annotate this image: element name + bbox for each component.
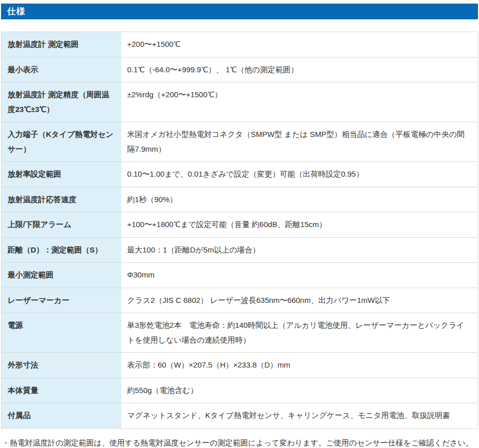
section-header: 仕様 [1,4,478,19]
spec-row: 外形寸法 表示部：60（W）×207.5（H）×233.8（D）mm [2,353,478,378]
spec-value-cell: +200〜+1500℃ [121,32,478,58]
spec-value-cell: +100〜+1800℃まで設定可能（音量 約60dB、距離15cm） [121,212,478,238]
spec-row: 放射温度計 測定精度（周囲温度23℃±3℃） ±2%rdg（+200〜+1500… [2,82,478,122]
spec-value-cell: 約1秒（90%） [121,187,478,212]
spec-row: 放射温度計 測定範囲 +200〜+1500℃ [2,32,478,58]
spec-row: 電源 単3形乾電池2本 電池寿命：約140時間以上（アルカリ電池使用、レーザーマ… [2,313,478,353]
spec-label-cell: 本体質量 [2,378,121,403]
spec-row: 距離（D）：測定範囲（S） 最大100：1（距離Dが5m以上の場合） [2,237,478,263]
spec-row: レーザーマーカー クラス2（JIS C 6802） レーザー波長635nm〜66… [2,288,478,313]
spec-row: 放射率設定範囲 0.10〜1.00まで、0.01きざみで設定（変更）可能（出荷時… [2,162,478,187]
spec-value-cell: マグネットスタンド、Kタイプ熱電対センサ、キャリングケース、モニタ用電池、取扱説… [121,403,478,429]
spec-row: 上限/下限アラーム +100〜+1800℃まで設定可能（音量 約60dB、距離1… [2,212,478,238]
spec-label-cell: 放射率設定範囲 [2,162,121,187]
footnote: ・熱電対温度計の測定範囲は、使用する熱電対温度センサーの測定範囲によって変わりま… [1,436,478,448]
spec-row: 付属品 マグネットスタンド、Kタイプ熱電対センサ、キャリングケース、モニタ用電池… [2,403,478,429]
spec-value-cell: クラス2（JIS C 6802） レーザー波長635nm〜660nm、出力パワー… [121,288,478,313]
spec-value-cell: 0.10〜1.00まで、0.01きざみで設定（変更）可能（出荷時設定0.95） [121,162,478,187]
spec-label-cell: 放射温度計 測定範囲 [2,32,121,58]
spec-label-cell: 電源 [2,313,121,353]
spec-row: 本体質量 約550g（電池含む） [2,378,478,403]
spec-label-cell: 上限/下限アラーム [2,212,121,238]
spec-label-cell: 放射温度計応答速度 [2,187,121,212]
spec-value-cell: 単3形乾電池2本 電池寿命：約140時間以上（アルカリ電池使用、レーザーマーカー… [121,313,478,353]
spec-label-cell: 入力端子（Kタイプ熱電対センサー） [2,122,121,162]
spec-label-cell: 最小表示 [2,57,121,82]
spec-label-cell: 放射温度計 測定精度（周囲温度23℃±3℃） [2,82,121,122]
spec-row: 入力端子（Kタイプ熱電対センサー） 米国オメガ社小型熱電対コネクタ（SMPW型 … [2,122,478,162]
spec-label-cell: 外形寸法 [2,353,121,378]
spec-value-cell: Φ30mm [121,263,478,288]
spec-label-cell: 最小測定範囲 [2,263,121,288]
spec-label-cell: 距離（D）：測定範囲（S） [2,237,121,263]
spec-table-wrap: 放射温度計 測定範囲 +200〜+1500℃ 最小表示 0.1℃（-64.0〜+… [1,32,478,429]
spec-row: 最小表示 0.1℃（-64.0〜+999.9℃）、 1℃（他の測定範囲） [2,57,478,82]
spec-row: 最小測定範囲 Φ30mm [2,263,478,288]
spec-label-cell: レーザーマーカー [2,288,121,313]
spec-value-cell: 米国オメガ社小型熱電対コネクタ（SMPW型 または SMP型）相当品に適合（平板… [121,122,478,162]
spec-value-cell: 0.1℃（-64.0〜+999.9℃）、 1℃（他の測定範囲） [121,57,478,82]
spec-value-cell: 最大100：1（距離Dが5m以上の場合） [121,237,478,263]
spec-row: 放射温度計応答速度 約1秒（90%） [2,187,478,212]
spec-value-cell: 表示部：60（W）×207.5（H）×233.8（D）mm [121,353,478,378]
spec-value-cell: ±2%rdg（+200〜+1500℃） [121,82,478,122]
spec-value-cell: 約550g（電池含む） [121,378,478,403]
section-title: 仕様 [7,7,25,16]
spec-page: 仕様 放射温度計 測定範囲 +200〜+1500℃ 最小表示 0.1℃（-64.… [0,0,479,448]
spec-label-cell: 付属品 [2,403,121,429]
spec-table: 放射温度計 測定範囲 +200〜+1500℃ 最小表示 0.1℃（-64.0〜+… [1,32,478,429]
